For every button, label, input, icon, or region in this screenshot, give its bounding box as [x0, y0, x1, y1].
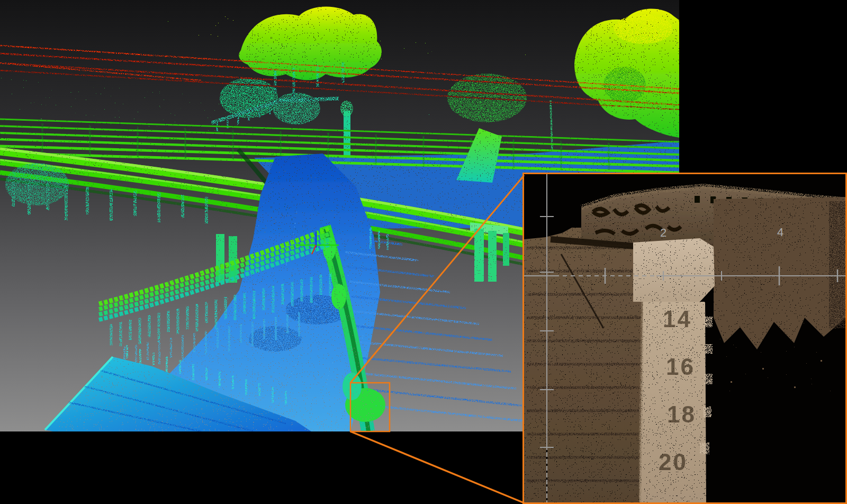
pier-shaft: 14 16 18 20 — [639, 302, 713, 502]
gauge-mark-14: 14 — [663, 306, 692, 332]
callout-leader-line-bottom — [350, 431, 524, 503]
ruler-label-2: 2 — [660, 226, 666, 239]
gauge-mark-18: 18 — [667, 401, 696, 427]
inset-scene-canvas: 14 16 18 20 2 4 — [524, 174, 845, 502]
lidar-screenshot-stage: 14 16 18 20 2 4 — [0, 0, 847, 504]
gauge-mark-16: 16 — [666, 354, 695, 380]
ruler-label-4: 4 — [777, 226, 783, 239]
zoom-inset-viewport[interactable]: 14 16 18 20 2 4 — [522, 173, 847, 504]
pier-cap — [633, 238, 715, 302]
gauge-mark-20: 20 — [659, 449, 688, 475]
abutment-wall — [524, 213, 645, 502]
